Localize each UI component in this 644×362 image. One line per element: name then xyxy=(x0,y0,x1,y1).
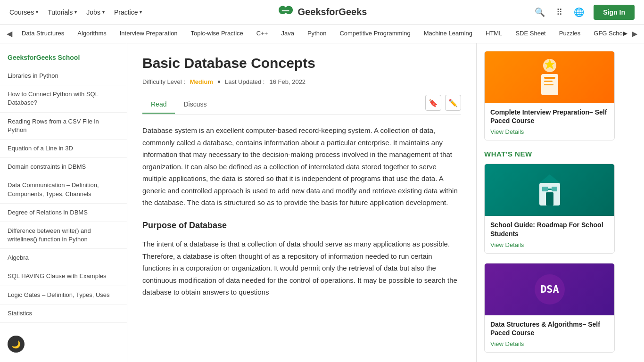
secnav-data-structures[interactable]: Data Structures xyxy=(15,25,71,43)
sidebar-item-equation[interactable]: Equation of a Line in 3D xyxy=(0,140,127,158)
logo-icon xyxy=(277,4,294,20)
article-meta: Difficulty Level : Medium Last Updated :… xyxy=(142,78,461,85)
promo-card-school-body: School Guide: Roadmap For School Student… xyxy=(485,216,614,253)
sec-nav-right-arrow[interactable]: ▶ xyxy=(629,29,640,38)
meta-separator xyxy=(218,81,220,83)
jobs-chevron-icon: ▾ xyxy=(102,9,105,15)
svg-rect-0 xyxy=(282,10,289,11)
bookmark-button[interactable]: 🔖 xyxy=(425,95,441,111)
practice-chevron-icon: ▾ xyxy=(140,9,142,15)
secnav-sde[interactable]: SDE Sheet xyxy=(509,25,552,43)
sidebar-item-reading-rows[interactable]: Reading Rows from a CSV File in Python xyxy=(0,113,127,140)
secnav-ml[interactable]: Machine Learning xyxy=(417,25,479,43)
sidebar-item-domain[interactable]: Domain constraints in DBMS xyxy=(0,158,127,176)
article-body: Database system is an excellent computer… xyxy=(142,124,461,298)
secnav-cpp[interactable]: C++ xyxy=(250,25,275,43)
secnav-algorithms[interactable]: Algorithms xyxy=(71,25,113,43)
svg-rect-8 xyxy=(546,192,553,206)
nav-tutorials[interactable]: Tutorials ▾ xyxy=(48,8,77,16)
sidebar-item-connect-python[interactable]: How to Connect Python with SQL Database? xyxy=(0,85,127,112)
difficulty-label: Difficulty Level : xyxy=(142,78,185,85)
logo-text: GeeksforGeeks xyxy=(298,7,367,17)
nav-jobs[interactable]: Jobs ▾ xyxy=(86,8,105,16)
promo-card-interview-body: Complete Interview Preparation– Self Pac… xyxy=(485,103,614,140)
sidebar-item-data-comm[interactable]: Data Communication – Definition, Compone… xyxy=(0,176,127,203)
svg-rect-10 xyxy=(552,187,557,191)
tutorials-chevron-icon: ▾ xyxy=(74,9,77,15)
promo-card-interview-title: Complete Interview Preparation– Self Pac… xyxy=(490,108,609,125)
secnav-competitive[interactable]: Competitive Programming xyxy=(333,25,417,43)
svg-rect-5 xyxy=(544,84,553,85)
whats-new-label: WHAT'S NEW xyxy=(484,150,615,158)
secnav-html[interactable]: HTML xyxy=(479,25,509,43)
purpose-heading: Purpose of Database xyxy=(142,218,461,233)
difficulty-value: Medium xyxy=(190,78,213,85)
sidebar: GeeksforGeeks School Libraries in Python… xyxy=(0,43,127,362)
nav-tutorials-label: Tutorials xyxy=(48,8,73,16)
secnav-puzzles[interactable]: Puzzles xyxy=(553,25,587,43)
tabs-list: Read Discuss xyxy=(142,96,215,114)
page-layout: GeeksforGeeks School Libraries in Python… xyxy=(0,43,644,362)
promo-card-school-image xyxy=(485,164,614,216)
sidebar-item-logic-gates[interactable]: Logic Gates – Definition, Types, Uses xyxy=(0,286,127,304)
article-paragraph-1: Database system is an excellent computer… xyxy=(142,124,461,209)
edit-button[interactable]: ✏️ xyxy=(445,95,461,111)
secnav-interview-prep[interactable]: Interview Preparation xyxy=(113,25,184,43)
article-title: Basic Database Concepts xyxy=(142,55,461,72)
last-updated-date: 16 Feb, 2022 xyxy=(269,78,305,85)
sec-nav-items-list: Data Structures Algorithms Interview Pre… xyxy=(15,25,629,43)
article-tabs-bar: Read Discuss 🔖 ✏️ xyxy=(142,95,461,115)
tab-action-buttons: 🔖 ✏️ xyxy=(425,95,461,115)
promo-card-interview-image xyxy=(485,51,614,103)
tab-discuss[interactable]: Discuss xyxy=(175,96,215,114)
dark-mode-toggle[interactable]: 🌙 xyxy=(8,336,25,353)
promo-card-dsa-link[interactable]: View Details xyxy=(490,340,524,347)
secnav-java[interactable]: Java xyxy=(274,25,300,43)
translate-button[interactable]: 🌐 xyxy=(572,5,586,19)
sidebar-item-write[interactable]: Difference between write() and writeline… xyxy=(0,222,127,249)
nav-right-items: 🔍 ⠿ 🌐 Sign In xyxy=(533,5,635,20)
sec-nav-left-arrow[interactable]: ◀ xyxy=(4,29,15,38)
promo-card-dsa-title: Data Structures & Algorithms– Self Paced… xyxy=(490,320,609,337)
promo-card-dsa-body: Data Structures & Algorithms– Self Paced… xyxy=(485,315,614,352)
top-navigation: Courses ▾ Tutorials ▾ Jobs ▾ Practice ▾ … xyxy=(0,0,644,25)
sidebar-item-algebra[interactable]: Algebra xyxy=(0,249,127,267)
promo-card-dsa: DSA Data Structures & Algorithms– Self P… xyxy=(484,263,615,353)
secnav-topicwise[interactable]: Topic-wise Practice xyxy=(184,25,250,43)
svg-rect-9 xyxy=(542,187,548,191)
secondary-navigation: ◀ Data Structures Algorithms Interview P… xyxy=(0,25,644,43)
site-logo[interactable]: GeeksforGeeks xyxy=(277,4,367,20)
nav-courses-label: Courses xyxy=(9,8,34,16)
promo-card-dsa-image: DSA xyxy=(485,263,614,315)
last-updated-label: Last Updated : xyxy=(225,78,265,85)
article-main: Basic Database Concepts Difficulty Level… xyxy=(127,43,476,362)
nav-courses[interactable]: Courses ▾ xyxy=(9,8,38,16)
secnav-gfg-school[interactable]: GFG Scho▶ xyxy=(587,25,629,43)
sidebar-title: GeeksforGeeks School xyxy=(0,48,127,67)
apps-grid-button[interactable]: ⠿ xyxy=(554,5,564,19)
svg-rect-4 xyxy=(544,81,553,82)
article-paragraph-2: The intent of a database is that a colle… xyxy=(142,238,461,298)
svg-text:DSA: DSA xyxy=(540,283,559,295)
sidebar-item-degree[interactable]: Degree of Relations in DBMS xyxy=(0,204,127,222)
courses-chevron-icon: ▾ xyxy=(36,9,38,15)
promo-card-school-link[interactable]: View Details xyxy=(490,241,524,248)
nav-jobs-label: Jobs xyxy=(86,8,100,16)
sidebar-item-sql-having[interactable]: SQL HAVING Clause with Examples xyxy=(0,267,127,286)
nav-practice[interactable]: Practice ▾ xyxy=(114,8,142,16)
sidebar-item-libraries[interactable]: Libraries in Python xyxy=(0,67,127,85)
svg-rect-11 xyxy=(548,189,552,190)
promo-card-interview-link[interactable]: View Details xyxy=(490,128,524,135)
right-panel: Complete Interview Preparation– Self Pac… xyxy=(476,43,622,362)
secnav-python[interactable]: Python xyxy=(301,25,333,43)
svg-rect-3 xyxy=(544,77,555,79)
promo-card-interview: Complete Interview Preparation– Self Pac… xyxy=(484,51,615,140)
nav-practice-label: Practice xyxy=(114,8,138,16)
sign-in-button[interactable]: Sign In xyxy=(594,5,635,20)
search-button[interactable]: 🔍 xyxy=(533,5,547,19)
nav-left-items: Courses ▾ Tutorials ▾ Jobs ▾ Practice ▾ xyxy=(9,8,142,16)
promo-card-school-title: School Guide: Roadmap For School Student… xyxy=(490,221,609,238)
promo-card-school: School Guide: Roadmap For School Student… xyxy=(484,164,615,253)
sidebar-item-statistics[interactable]: Statistics xyxy=(0,304,127,323)
tab-read[interactable]: Read xyxy=(142,96,175,114)
